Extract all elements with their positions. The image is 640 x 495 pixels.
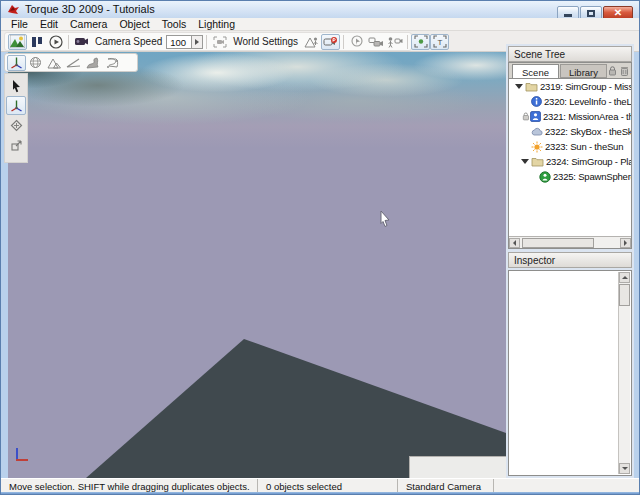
svg-text:T: T [437,38,442,47]
rotate-tool-button[interactable] [6,116,26,135]
scroll-up-button[interactable] [619,272,630,283]
drop-camera-icon [350,35,364,48]
right-dock-panel: Scene Tree Scene Library [506,44,634,478]
tree-item-playerdroppoints[interactable]: 2324: SimGroup - PlayerDropP [509,154,631,169]
expander-down-icon[interactable] [515,84,523,89]
scrollbar-thumb[interactable] [522,238,594,248]
select-arrow-icon [11,79,22,93]
toolbar-separator [343,35,344,49]
axis-gizmo-button[interactable] [7,55,26,71]
camera-player-toggle-button[interactable] [321,34,340,50]
scene-tree-panel: Scene Library 23 [508,62,632,249]
window-title: Torque 3D 2009 - Tutorials [25,3,155,15]
smooth-curve-tool-button[interactable] [83,55,102,71]
status-bar: Move selection. SHIFT while dragging dup… [1,478,640,492]
drop-camera-button[interactable] [347,34,366,50]
lock-icon[interactable] [608,66,617,76]
inspector-title: Inspector [514,255,555,266]
angle-icon [66,57,81,68]
mini-lock-icon [522,112,530,121]
inspector-vertical-scrollbar[interactable] [618,272,630,474]
scroll-left-button[interactable] [509,238,520,248]
terrain-wireframe-icon [47,57,62,69]
trash-icon[interactable] [620,66,629,76]
menu-tools[interactable]: Tools [156,18,193,30]
menu-object[interactable]: Object [113,18,155,30]
move-tool-button[interactable] [6,96,26,115]
menu-file[interactable]: File [5,18,34,30]
gui-editor-icon [31,36,43,48]
angle-tool-button[interactable] [64,55,83,71]
tree-item-spawnsphere[interactable]: 2325: SpawnSphere [509,169,631,184]
camera-speed-increase-button[interactable] [192,35,203,49]
move-gizmo-icon [10,99,23,112]
tab-scene-label: Scene [522,67,549,78]
tree-horizontal-scrollbar[interactable] [509,236,631,248]
toolbar-separator [407,35,408,49]
world-axis-indicator [16,448,32,464]
menu-bar: File Edit Camera Object Tools Lighting [1,18,640,31]
scene-tree-title: Scene Tree [514,49,565,60]
title-bar[interactable]: Torque 3D 2009 - Tutorials ✕ [1,1,640,18]
menu-edit[interactable]: Edit [34,18,64,30]
tree-item-sun[interactable]: 2323: Sun - theSun [509,139,631,154]
text-visibility-button[interactable]: T [430,34,449,50]
tree-item-levelinfo[interactable]: 2320: LevelInfo - theLevelInfo [509,94,631,109]
camera-pair-button[interactable] [366,34,385,50]
gizmo-tool-column [4,73,28,163]
maximize-icon [587,10,595,17]
frame-camera-button[interactable] [210,34,229,50]
world-editor-button[interactable] [8,34,27,50]
noise-curve-tool-button[interactable] [102,55,121,71]
world-settings-label: World Settings [233,36,298,47]
gui-editor-button[interactable] [27,34,46,50]
camera-speed-value[interactable]: 100 [166,35,192,49]
mission-area-icon [530,111,541,122]
axis-gizmo-icon [10,56,23,69]
play-icon [49,35,63,49]
close-icon: ✕ [614,8,622,18]
tab-scene[interactable]: Scene [512,64,559,78]
menu-lighting[interactable]: Lighting [192,18,241,30]
player-mount-button[interactable] [302,34,321,50]
tree-item-label: 2323: Sun - theSun [545,141,623,152]
chevron-right-icon [195,39,199,45]
toolbar-separator [68,35,69,49]
folder-icon [531,156,544,167]
scrollbar-thumb[interactable] [619,284,630,306]
text-visibility-icon: T [433,35,447,48]
skybox-icon [531,127,543,136]
inspector-panel [508,270,632,476]
camera-speed-spinner: 100 [166,35,203,49]
scroll-right-button[interactable] [620,238,631,248]
toolbar-separator [206,35,207,49]
focus-selection-button[interactable] [411,34,430,50]
menu-camera[interactable]: Camera [64,18,113,30]
status-camera-mode[interactable]: Standard Camera [398,479,494,492]
torque-logo-icon [7,3,20,16]
tab-library[interactable]: Library [560,64,607,78]
chevron-down-icon [622,467,628,470]
tree-item-skybox[interactable]: 2322: SkyBox - theSky [509,124,631,139]
scale-tool-button[interactable] [6,136,26,155]
globe-tool-button[interactable] [26,55,45,71]
scene-tree-tabs: Scene Library [509,63,631,78]
tab-library-label: Library [569,67,598,78]
camera-person-icon [387,36,403,48]
globe-icon [29,56,42,69]
tree-item-missiongroup[interactable]: 2319: SimGroup - MissionGroup [509,79,631,94]
tree-item-label: 2319: SimGroup - MissionGroup [540,81,631,92]
expander-down-icon[interactable] [521,159,529,164]
terrain-tool-button[interactable] [45,55,64,71]
mouse-cursor-icon [378,209,392,229]
focus-selection-icon [414,35,428,48]
tree-item-label: 2324: SimGroup - PlayerDropP [546,156,631,167]
tree-item-label: 2325: SpawnSphere [553,171,631,182]
scene-viewport[interactable] [8,52,506,478]
scene-tree-header: Scene Tree [508,46,632,62]
scroll-down-button[interactable] [619,463,630,474]
select-tool-button[interactable] [6,76,26,95]
play-button[interactable] [46,34,65,50]
camera-person-button[interactable] [385,34,404,50]
tree-item-missionarea[interactable]: 2321: MissionArea - theMi [509,109,631,124]
